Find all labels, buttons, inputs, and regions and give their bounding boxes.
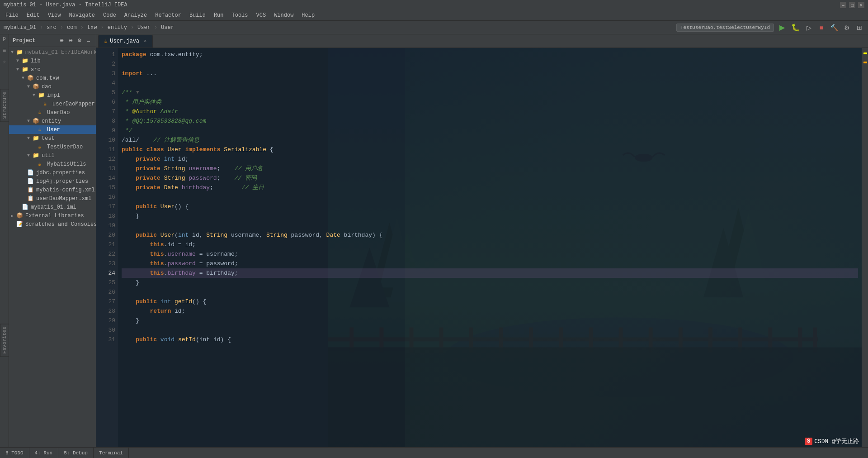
project-icon[interactable]: P [1,36,8,43]
tree-item-lib[interactable]: ▼📁lib [9,57,96,65]
line-num-8: 8 [96,116,115,126]
code-line-26 [122,287,858,297]
line-num-13: 13 [96,164,115,173]
menu-item-help[interactable]: Help [298,11,318,19]
line-num-2: 2 [96,59,115,69]
breadcrumb-entity[interactable]: entity [108,24,127,31]
line-num-25: 25 [96,278,115,287]
tree-item-jdbc-properties[interactable]: 📄jdbc.properties [9,168,96,177]
tree-item-log4j-properties[interactable]: 📄log4j.properties [9,177,96,186]
tree-item-testuserdao[interactable]: ☕TestUserDao [9,143,96,151]
debug-tab[interactable]: 5: Debug [58,448,94,458]
line-num-6: 6 [96,97,115,107]
code-line-28: return id; [122,306,858,316]
breadcrumb-user-class[interactable]: User [137,24,151,31]
menu-item-code[interactable]: Code [99,11,120,19]
gutter-mark-warn [863,62,867,63]
run-config-selector[interactable]: TestUserDao.testSelectUserById [676,24,774,32]
tree-item-test[interactable]: ▼📁test [9,134,96,143]
coverage-button[interactable]: ▷ [804,23,814,33]
code-line-17: public User() { [122,202,858,211]
maximize-button[interactable]: □ [849,2,855,8]
menu-item-run[interactable]: Run [210,11,227,19]
menu-item-tools[interactable]: Tools [228,11,252,19]
code-line-21: this.id = id; [122,240,858,249]
layout-icon[interactable]: ⊞ [854,23,864,33]
panel-close-btn[interactable]: – [85,37,92,44]
menu-item-file[interactable]: File [2,11,22,19]
line-num-14: 14 [96,173,115,183]
tree-item-entity[interactable]: ▼📦entity [9,117,96,125]
code-content[interactable]: package com.txw.entity; import ... /** ▼… [118,48,862,447]
tree-item-mybatis-01-iml[interactable]: 📄mybatis_01.iml [9,203,96,211]
editor-area: ☕User.java× [96,34,868,447]
tree-item-external-libraries[interactable]: ▶📦External Libraries [9,211,96,220]
breadcrumb-root[interactable]: mybatis_01 [4,24,36,31]
line-num-17: 17 [96,202,115,211]
fold-marker[interactable]: ▼ [133,88,139,97]
breadcrumb-txw[interactable]: txw [87,24,97,31]
csdn-text: CSDN @学无止路 [814,437,859,445]
menu-item-analyze[interactable]: Analyze [121,11,151,19]
menu-item-edit[interactable]: Edit [23,11,43,19]
menu-item-build[interactable]: Build [186,11,209,19]
project-tree: ▼📁mybatis_01 E:/IDEAWorkmy/b▼📁lib▼📁src▼📦… [9,47,96,447]
line-num-24: 24 [96,268,115,278]
line-num-28: 28 [96,306,115,316]
structure-icon[interactable]: ≡ [1,47,8,54]
run-tab[interactable]: 4: Run [29,448,59,458]
menu-item-vcs[interactable]: VCS [253,11,270,19]
line-num-18: 18 [96,211,115,221]
tree-item-src[interactable]: ▼📁src [9,65,96,74]
code-line-5: /** ▼ [122,88,858,97]
code-line-20: public User(int id, String username, Str… [122,230,858,240]
tree-item-mybatis-01[interactable]: ▼📁mybatis_01 E:/IDEAWorkmy/b [9,48,96,57]
code-line-29: } [122,316,858,325]
tree-item-dao[interactable]: ▼📦dao [9,82,96,91]
panel-add-btn[interactable]: ⊕ [58,37,65,44]
editor-tab-bar: ☕User.java× [96,34,868,48]
tree-item-mybatis-config-xml[interactable]: 📋mybatis-config.xml [9,186,96,194]
line-num-27: 27 [96,297,115,306]
stop-button[interactable]: ■ [816,23,826,33]
tree-item-userdao[interactable]: ☕UserDao [9,108,96,117]
tree-item-userdaomapper[interactable]: ☕userDaoMapper [9,100,96,108]
tree-item-user[interactable]: ☕User [9,125,96,134]
tree-item-userdaomapper-xml[interactable]: 📋userDaoMapper.xml [9,194,96,203]
menu-item-window[interactable]: Window [270,11,297,19]
menu-item-view[interactable]: View [44,11,65,19]
close-button[interactable]: × [858,2,864,8]
structure-tab[interactable]: Structure [0,89,9,122]
code-line-15: private Date birthday; // 生日 [122,183,858,192]
breadcrumb-user-member[interactable]: User [161,24,174,31]
bookmark-icon[interactable]: ☆ [1,58,8,65]
menu-item-navigate[interactable]: Navigate [65,11,99,19]
line-num-4: 4 [96,78,115,88]
breadcrumb-com[interactable]: com [67,24,77,31]
run-button[interactable]: ▶ [777,23,788,33]
favorites-tab[interactable]: Favorites [0,324,9,357]
minimize-button[interactable]: – [840,2,846,8]
tree-item-impl[interactable]: ▼📁impl [9,91,96,100]
code-editor[interactable]: 1234567891011121314151617181920212223242… [96,48,868,447]
debug-button[interactable]: 🐛 [790,23,801,33]
todo-tab[interactable]: 6 TODO [0,448,29,458]
tree-item-scratches-and-consoles[interactable]: 📝Scratches and Consoles [9,220,96,229]
line-num-11: 11 [96,145,115,154]
code-line-25: } [122,278,858,287]
line-num-26: 26 [96,287,115,297]
breadcrumb-src[interactable]: src [47,24,57,31]
settings-icon[interactable]: ⚙ [842,23,852,33]
panel-collapse-btn[interactable]: ⊖ [67,37,74,44]
terminal-tab[interactable]: Terminal [94,448,129,458]
window-controls: – □ × [840,2,864,8]
menu-item-refactor[interactable]: Refactor [151,11,185,19]
panel-settings-btn[interactable]: ⚙ [76,37,83,44]
build-button[interactable]: 🔨 [829,23,839,33]
tree-item-com-txw[interactable]: ▼📦com.txw [9,74,96,82]
line-num-10: 10 [96,135,115,145]
tree-item-mybatisutils[interactable]: ☕MybatisUtils [9,160,96,168]
code-line-31: public void setId(int id) { [122,335,858,344]
editor-tab-user-java[interactable]: ☕User.java× [98,35,153,48]
tree-item-util[interactable]: ▼📁util [9,151,96,160]
